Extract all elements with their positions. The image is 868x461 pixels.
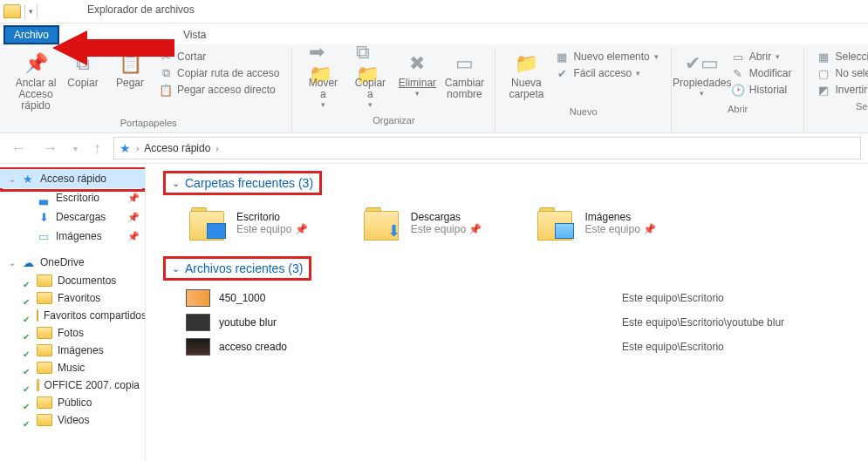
images-icon: ▭: [37, 229, 51, 243]
nav-up-button[interactable]: ↑: [90, 139, 105, 158]
desktop-icon: ▃: [37, 191, 51, 205]
paste-shortcut-icon: 📋: [159, 83, 173, 97]
folder-icon: [37, 309, 38, 322]
select-none-button[interactable]: ▢No seleccionar ninguno: [817, 66, 868, 80]
cut-button[interactable]: ✂Cortar: [159, 50, 279, 64]
expand-icon[interactable]: ⌄: [9, 174, 16, 184]
ribbon-group-open: ✔▭ Propiedades ▭Abrir ✎Modificar 🕑Histor…: [672, 48, 805, 132]
sync-ok-icon: ✔: [23, 332, 30, 342]
pin-icon: 📌: [643, 223, 656, 235]
modify-icon: ✎: [731, 66, 745, 80]
invert-selection-button[interactable]: ◩Invertir selección: [817, 83, 868, 97]
pin-icon: 📌: [468, 223, 482, 235]
nav-videos[interactable]: ✔Videos: [0, 411, 145, 429]
pin-icon: 📌: [127, 212, 140, 223]
nav-back-button[interactable]: ←: [7, 139, 30, 158]
nav-onedrive[interactable]: ⌄☁OneDrive: [0, 253, 145, 272]
navigation-tree[interactable]: ⌄ ★ Acceso rápido ▃Escritorio📌 ⬇Descarga…: [0, 164, 146, 461]
rename-icon: ▭: [450, 51, 478, 76]
open-button[interactable]: ▭Abrir: [731, 50, 792, 64]
invert-icon: ◩: [817, 83, 830, 97]
expand-icon[interactable]: ⌄: [9, 258, 16, 268]
nav-favorites[interactable]: ✔Favoritos: [0, 289, 145, 307]
sync-ok-icon: ✔: [23, 280, 30, 289]
nav-photos[interactable]: ✔Fotos: [0, 324, 145, 342]
body: ⌄ ★ Acceso rápido ▃Escritorio📌 ⬇Descarga…: [0, 164, 868, 461]
folder-icon: [37, 275, 52, 287]
copy-path-icon: ⧉: [159, 66, 173, 80]
copy-path-button[interactable]: ⧉Copiar ruta de acceso: [159, 66, 279, 80]
folder-icon-desktop: [186, 206, 228, 241]
copy-to-icon: ⧉📁: [356, 51, 384, 76]
list-item[interactable]: acceso creado Este equipo\Escritorio: [186, 335, 851, 359]
folder-card[interactable]: DescargasEste equipo 📌: [360, 206, 482, 241]
quick-access-icon: ★: [120, 141, 131, 155]
move-to-icon: ➡📁: [309, 51, 337, 76]
rename-button[interactable]: ▭ Cambiarnombre: [441, 48, 488, 104]
app-icon: [3, 4, 21, 18]
nav-documents[interactable]: ✔Documentos: [0, 272, 145, 289]
annotation-arrow: [52, 31, 174, 65]
nav-forward-button[interactable]: →: [38, 139, 61, 158]
move-to-button[interactable]: ➡📁 Movera: [299, 48, 346, 112]
group-label-new: Nuevo: [570, 104, 598, 121]
tab-vista[interactable]: Vista: [173, 25, 216, 44]
chevron-down-icon[interactable]: ⌄: [172, 178, 180, 189]
nav-favorites-shared[interactable]: ✔Favoritos compartidos: [0, 307, 145, 324]
ribbon-tabs: Archivo Vista: [0, 24, 868, 44]
nav-quick-access[interactable]: ⌄ ★ Acceso rápido: [0, 169, 145, 188]
folder-card[interactable]: ImágenesEste equipo 📌: [534, 206, 656, 241]
sync-ok-icon: ✔: [23, 419, 30, 429]
tab-file[interactable]: Archivo: [3, 25, 59, 44]
paste-shortcut-button[interactable]: 📋Pegar acceso directo: [159, 83, 279, 97]
nav-office[interactable]: ✔OFFICE 2007. copia: [0, 376, 145, 394]
svg-marker-0: [52, 31, 174, 65]
onedrive-icon: ☁: [21, 255, 35, 269]
group-label-organize: Organizar: [372, 112, 414, 130]
chevron-down-icon[interactable]: ⌄: [172, 263, 180, 275]
new-folder-icon: 📁: [512, 51, 540, 76]
sync-ok-icon: ✔: [23, 402, 30, 411]
qat-dropdown-icon[interactable]: ▾: [29, 7, 33, 16]
pin-icon: 📌: [295, 223, 308, 235]
delete-icon: ✖: [403, 51, 431, 76]
folder-icon: [37, 292, 52, 304]
new-folder-button[interactable]: 📁 Nuevacarpeta: [502, 48, 550, 104]
properties-button[interactable]: ✔▭ Propiedades: [679, 48, 726, 101]
open-icon: ▭: [731, 50, 745, 64]
copy-to-button[interactable]: ⧉📁 Copiara: [346, 48, 393, 112]
sync-ok-icon: ✔: [23, 297, 30, 307]
file-thumbnail: [186, 314, 210, 331]
download-icon: ⬇: [37, 210, 51, 224]
pin-icon: 📌: [22, 51, 50, 76]
list-item[interactable]: 450_1000 Este equipo\Escritorio: [186, 286, 851, 310]
nav-recent-dropdown[interactable]: ▾: [70, 144, 81, 153]
folder-card[interactable]: EscritorioEste equipo 📌: [186, 206, 308, 241]
history-button[interactable]: 🕑Historial: [731, 83, 792, 97]
modify-button[interactable]: ✎Modificar: [731, 66, 792, 80]
breadcrumb-root[interactable]: Acceso rápido: [144, 142, 210, 154]
new-item-button[interactable]: ▦Nuevo elemento: [555, 50, 658, 64]
select-none-icon: ▢: [817, 66, 830, 80]
group-label-select: Seleccionar: [856, 98, 868, 116]
easy-access-button[interactable]: ✔Fácil acceso: [555, 66, 658, 80]
select-all-button[interactable]: ▦Seleccionar todo: [817, 50, 868, 64]
address-bar[interactable]: ★ › Acceso rápido ›: [113, 137, 861, 159]
ribbon-group-select: ▦Seleccionar todo ▢No seleccionar ningun…: [804, 48, 868, 132]
delete-button[interactable]: ✖ Eliminar: [393, 48, 441, 101]
nav-images[interactable]: ▭Imágenes📌: [0, 227, 145, 246]
nav-desktop[interactable]: ▃Escritorio📌: [0, 188, 145, 207]
section-frequent-folders[interactable]: ⌄ Carpetas frecuentes (3): [168, 174, 317, 192]
chevron-right-icon[interactable]: ›: [136, 144, 139, 153]
chevron-right-icon[interactable]: ›: [215, 144, 218, 153]
nav-downloads[interactable]: ⬇Descargas📌: [0, 207, 145, 227]
pin-icon: 📌: [127, 231, 140, 242]
nav-music[interactable]: ✔Music: [0, 359, 145, 376]
group-label-open: Abrir: [728, 101, 748, 119]
content-pane[interactable]: ⌄ Carpetas frecuentes (3) EscritorioEste…: [146, 164, 868, 461]
folder-icon: [37, 327, 52, 339]
list-item[interactable]: youtube blur Este equipo\Escritorio\yout…: [186, 310, 851, 335]
nav-images2[interactable]: ✔Imágenes: [0, 342, 145, 359]
section-recent-files[interactable]: ⌄ Archivos recientes (3): [168, 260, 306, 277]
nav-public[interactable]: ✔Público: [0, 394, 145, 411]
